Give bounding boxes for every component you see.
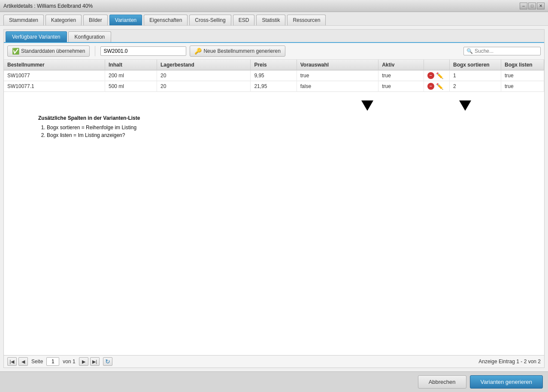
tab-stammdaten[interactable]: Stammdaten xyxy=(3,15,44,25)
pagination-bar: |◀ ◀ Seite von 1 ▶ ▶| ↻ Anzeige Eintrag … xyxy=(4,355,544,368)
annotation-area: Zusätzliche Spalten in der Varianten-Lis… xyxy=(4,92,544,149)
annotation-list: Bogx sortieren = Reihenfolge im Listing … xyxy=(47,125,536,138)
tab-varianten[interactable]: Varianten xyxy=(109,15,142,25)
annotation-item-2: Bogx listen = Im Listing anzeigen? xyxy=(47,132,536,138)
table-row: SW10077 200 ml 20 9,95 true true − ✏️ 1 xyxy=(4,70,544,81)
bestellnummer-input[interactable] xyxy=(100,46,186,56)
generate-label: Neue Bestellnummern generieren xyxy=(203,48,280,54)
cell-aktiv: true xyxy=(378,81,424,92)
cell-bogx-sortieren: 2 xyxy=(450,81,501,92)
pag-page-label: Seite xyxy=(31,359,43,365)
key-icon: 🔑 xyxy=(194,48,202,55)
pag-first-button[interactable]: |◀ xyxy=(7,357,17,366)
generate-button[interactable]: 🔑 Neue Bestellnummern generieren xyxy=(190,46,285,57)
annotation-title: Zusätzliche Spalten in der Varianten-Lis… xyxy=(38,115,536,121)
annotation-text: Zusätzliche Spalten in der Varianten-Lis… xyxy=(38,115,536,138)
main-area: Stammdaten Kategorien Bilder Varianten E… xyxy=(0,12,548,371)
col-actions xyxy=(424,60,450,70)
cell-vorauswahl: true xyxy=(297,70,378,81)
subtab-konfiguration[interactable]: Konfiguration xyxy=(68,31,112,42)
pag-last-button[interactable]: ▶| xyxy=(90,357,100,366)
cell-preis: 21,95 xyxy=(251,81,297,92)
col-vorauswahl: Vorauswahl xyxy=(297,60,378,70)
toolbar: ✅ Standarddaten übernehmen 🔑 Neue Bestel… xyxy=(4,43,544,60)
cell-preis: 9,95 xyxy=(251,70,297,81)
tab-statistik[interactable]: Statistik xyxy=(256,15,285,25)
col-bogx-listen: Bogx listen xyxy=(501,60,544,70)
pag-next-button[interactable]: ▶ xyxy=(79,357,88,366)
arrow-bogx-sortieren xyxy=(361,100,373,111)
action-cell: − ✏️ xyxy=(427,72,446,79)
tab-kategorien[interactable]: Kategorien xyxy=(45,15,82,25)
cell-actions: − ✏️ xyxy=(424,70,450,81)
pag-refresh-button[interactable]: ↻ xyxy=(103,357,112,366)
cancel-button[interactable]: Abbrechen xyxy=(418,375,466,389)
cell-lagerbestand: 20 xyxy=(157,81,251,92)
bottom-bar: Abbrechen Varianten generieren xyxy=(0,371,548,392)
tab-eigenschaften[interactable]: Eigenschaften xyxy=(144,15,188,25)
tab-esd[interactable]: ESD xyxy=(233,15,255,25)
cell-bestellnummer: SW10077 xyxy=(4,70,105,81)
table-row: SW10077.1 500 ml 20 21,95 false true − ✏… xyxy=(4,81,544,92)
cell-bogx-sortieren: 1 xyxy=(450,70,501,81)
search-icon: 🔍 xyxy=(466,48,473,54)
cell-inhalt: 500 ml xyxy=(105,81,157,92)
cell-bogx-listen: true xyxy=(501,70,544,81)
delete-button-row1[interactable]: − xyxy=(427,83,434,90)
cell-vorauswahl: false xyxy=(297,81,378,92)
tab-cross-selling[interactable]: Cross-Selling xyxy=(189,15,231,25)
variants-table: Bestellnummer Inhalt Lagerbestand Preis … xyxy=(4,60,544,92)
col-bogx-sortieren: Bogx sortieren xyxy=(450,60,501,70)
cell-bestellnummer: SW10077.1 xyxy=(4,81,105,92)
cell-aktiv: true xyxy=(378,70,424,81)
standarddaten-label: Standarddaten übernehmen xyxy=(21,48,85,54)
table-header-row: Bestellnummer Inhalt Lagerbestand Preis … xyxy=(4,60,544,70)
arrow-bogx-listen xyxy=(459,100,471,111)
cell-actions: − ✏️ xyxy=(424,81,450,92)
subtab-verfuegbare-varianten[interactable]: Verfügbare Varianten xyxy=(6,31,67,42)
titlebar: Artikeldetails : Williams Edelbrand 40% … xyxy=(0,0,548,12)
generate-variants-button[interactable]: Varianten generieren xyxy=(470,375,543,389)
tab-ressourcen[interactable]: Ressourcen xyxy=(287,15,326,25)
maximize-button[interactable]: □ xyxy=(528,3,536,9)
pag-page-input[interactable] xyxy=(46,357,59,366)
minimize-button[interactable]: – xyxy=(520,3,527,9)
cell-inhalt: 200 ml xyxy=(105,70,157,81)
pag-of-label: von 1 xyxy=(63,359,75,365)
standarddaten-button[interactable]: ✅ Standarddaten übernehmen xyxy=(7,46,90,57)
content-panel: Verfügbare Varianten Konfiguration ✅ Sta… xyxy=(3,29,545,368)
col-inhalt: Inhalt xyxy=(105,60,157,70)
window-controls: – □ ✕ xyxy=(520,3,545,9)
edit-button-row1[interactable]: ✏️ xyxy=(436,83,443,90)
table-wrapper: Bestellnummer Inhalt Lagerbestand Preis … xyxy=(4,60,544,92)
pag-total-text: Anzeige Eintrag 1 - 2 von 2 xyxy=(478,359,541,365)
window-title: Artikeldetails : Williams Edelbrand 40% xyxy=(3,3,93,9)
cell-bogx-listen: true xyxy=(501,81,544,92)
nav-tabs: Stammdaten Kategorien Bilder Varianten E… xyxy=(0,12,548,26)
tab-bilder[interactable]: Bilder xyxy=(83,15,108,25)
search-input[interactable] xyxy=(475,48,538,54)
sub-tabs: Verfügbare Varianten Konfiguration xyxy=(4,30,544,43)
cell-lagerbestand: 20 xyxy=(157,70,251,81)
col-preis: Preis xyxy=(251,60,297,70)
check-icon: ✅ xyxy=(12,48,19,55)
col-lagerbestand: Lagerbestand xyxy=(157,60,251,70)
col-bestellnummer: Bestellnummer xyxy=(4,60,105,70)
annotation-item-1: Bogx sortieren = Reihenfolge im Listing xyxy=(47,125,536,131)
col-aktiv: Aktiv xyxy=(378,60,424,70)
search-box: 🔍 xyxy=(463,47,541,55)
close-button[interactable]: ✕ xyxy=(537,3,545,9)
edit-button-row0[interactable]: ✏️ xyxy=(436,72,443,79)
delete-button-row0[interactable]: − xyxy=(427,72,434,79)
action-cell: − ✏️ xyxy=(427,83,446,90)
toolbar-separator xyxy=(95,46,95,56)
pag-prev-button[interactable]: ◀ xyxy=(18,357,28,366)
